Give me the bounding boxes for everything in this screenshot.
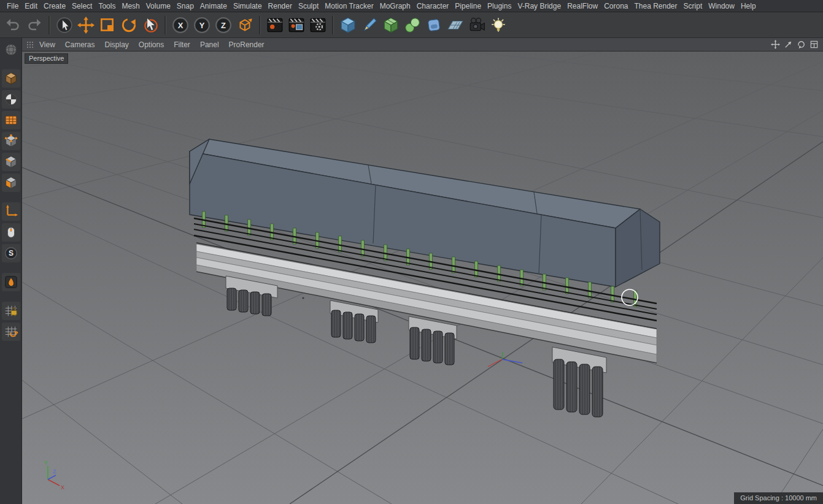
vp-menu-prorender[interactable]: ProRender bbox=[224, 40, 269, 49]
menubar: File Edit Create Select Tools Mesh Volum… bbox=[0, 0, 823, 12]
polygon-mode-icon bbox=[4, 175, 18, 190]
viewport-3d[interactable]: Y X Z Perspective Grid Spacing : 10000 m… bbox=[22, 52, 823, 504]
planar-workplane-button[interactable] bbox=[2, 323, 20, 341]
point-mode-button[interactable] bbox=[2, 132, 20, 150]
edge-mode-button[interactable] bbox=[2, 153, 20, 171]
y-axis-icon: Y bbox=[193, 17, 211, 34]
toggle-panel-button[interactable] bbox=[808, 39, 819, 50]
menu-thea-render[interactable]: Thea Render bbox=[632, 0, 681, 12]
vp-menu-display[interactable]: Display bbox=[99, 40, 133, 49]
vp-menu-filter[interactable]: Filter bbox=[169, 40, 195, 49]
menu-mesh[interactable]: Mesh bbox=[118, 0, 142, 12]
enable-axis-button[interactable] bbox=[2, 202, 20, 221]
menu-snap[interactable]: Snap bbox=[174, 0, 197, 12]
toolbar-separator bbox=[332, 16, 334, 34]
toolbar-separator bbox=[164, 16, 166, 34]
move-tool[interactable] bbox=[75, 15, 96, 36]
scene-dot bbox=[302, 297, 304, 299]
toggle-panel-icon bbox=[809, 40, 819, 49]
x-axis-icon: X bbox=[172, 17, 189, 34]
paint-blob-icon bbox=[4, 275, 18, 289]
texture-mode-button[interactable] bbox=[2, 90, 20, 109]
workplane-mode-button[interactable] bbox=[2, 111, 20, 129]
menu-volume[interactable]: Volume bbox=[143, 0, 174, 12]
last-tool-icon bbox=[142, 17, 159, 34]
add-cube-button[interactable] bbox=[338, 15, 358, 36]
menu-plugins[interactable]: Plugins bbox=[484, 0, 514, 12]
menu-realflow[interactable]: RealFlow bbox=[564, 0, 601, 12]
floor-button[interactable] bbox=[445, 15, 466, 36]
menu-tools[interactable]: Tools bbox=[95, 0, 118, 12]
menu-script[interactable]: Script bbox=[681, 0, 706, 12]
rotate-view-button[interactable] bbox=[795, 39, 806, 50]
snap-button[interactable]: S bbox=[2, 244, 20, 262]
world-coordinates-button[interactable] bbox=[2, 40, 20, 59]
workplane-icon bbox=[4, 113, 18, 128]
svg-text:X: X bbox=[178, 20, 184, 29]
tweak-mode-button[interactable] bbox=[2, 223, 20, 242]
render-view-button[interactable] bbox=[265, 15, 285, 36]
menu-pipeline[interactable]: Pipeline bbox=[452, 0, 484, 12]
edge-mode-icon bbox=[4, 155, 18, 169]
rotate-view-icon bbox=[797, 40, 806, 49]
menu-vray-bridge[interactable]: V-Ray Bridge bbox=[514, 0, 564, 12]
coordinate-system-icon bbox=[236, 17, 253, 34]
move-icon bbox=[77, 17, 95, 34]
snap-icon: S bbox=[4, 246, 18, 261]
undo-button[interactable] bbox=[2, 15, 23, 36]
bridge-model[interactable] bbox=[190, 139, 660, 417]
last-used-tool[interactable] bbox=[140, 15, 161, 36]
menu-animate[interactable]: Animate bbox=[197, 0, 230, 12]
svg-text:Y: Y bbox=[199, 20, 205, 29]
vp-menu-view[interactable]: View bbox=[34, 40, 60, 49]
point-mode-icon bbox=[4, 134, 18, 148]
cloner-button[interactable] bbox=[402, 15, 423, 36]
camera-view-label[interactable]: Perspective bbox=[25, 53, 68, 64]
make-editable-button[interactable] bbox=[2, 69, 20, 88]
vp-menu-panel[interactable]: Panel bbox=[195, 40, 224, 49]
render-settings-icon bbox=[309, 17, 326, 34]
lock-z-axis-button[interactable]: Z bbox=[213, 15, 234, 36]
menu-render[interactable]: Render bbox=[265, 0, 295, 12]
vp-menu-cameras[interactable]: Cameras bbox=[60, 40, 100, 49]
redo-button[interactable] bbox=[24, 15, 45, 36]
rotate-tool[interactable] bbox=[118, 15, 139, 36]
menu-motion-tracker[interactable]: Motion Tracker bbox=[322, 0, 376, 12]
scale-tool[interactable] bbox=[97, 15, 118, 36]
dolly-view-button[interactable] bbox=[782, 39, 794, 50]
edit-render-settings-button[interactable] bbox=[307, 15, 328, 36]
pen-spline-button[interactable] bbox=[359, 15, 380, 36]
vp-menu-options[interactable]: Options bbox=[134, 40, 169, 49]
lock-workplane-icon bbox=[4, 304, 18, 318]
menu-create[interactable]: Create bbox=[41, 0, 69, 12]
lock-workplane-button[interactable] bbox=[2, 302, 20, 320]
subdivision-surface-button[interactable] bbox=[381, 15, 401, 36]
polygon-mode-button[interactable] bbox=[2, 174, 20, 192]
menu-help[interactable]: Help bbox=[738, 0, 759, 12]
floor-grid-icon bbox=[447, 17, 464, 34]
menu-edit[interactable]: Edit bbox=[21, 0, 41, 12]
menu-select[interactable]: Select bbox=[69, 0, 95, 12]
menu-simulate[interactable]: Simulate bbox=[230, 0, 265, 12]
viewport-solo-button[interactable] bbox=[2, 273, 20, 291]
cube-primitive-icon bbox=[339, 17, 357, 34]
lock-x-axis-button[interactable]: X bbox=[170, 15, 191, 36]
menu-mograph[interactable]: MoGraph bbox=[377, 0, 414, 12]
grid-spacing-status: Grid Spacing : 10000 mm bbox=[734, 492, 823, 504]
deformer-button[interactable] bbox=[423, 15, 444, 36]
menu-window[interactable]: Window bbox=[705, 0, 738, 12]
camera-button[interactable] bbox=[466, 15, 487, 36]
live-selection-tool[interactable] bbox=[54, 15, 75, 36]
panel-grip-icon[interactable] bbox=[26, 40, 34, 49]
render-to-picture-viewer-button[interactable] bbox=[286, 15, 307, 36]
coordinate-system-button[interactable] bbox=[234, 15, 255, 36]
menu-sculpt[interactable]: Sculpt bbox=[295, 0, 322, 12]
menu-character[interactable]: Character bbox=[414, 0, 452, 12]
light-button[interactable] bbox=[488, 15, 509, 36]
pan-view-button[interactable] bbox=[770, 39, 781, 50]
texture-checker-icon bbox=[4, 92, 18, 107]
menu-file[interactable]: File bbox=[4, 0, 21, 12]
lock-y-axis-button[interactable]: Y bbox=[191, 15, 212, 36]
render-picture-viewer-icon bbox=[288, 17, 305, 34]
menu-corona[interactable]: Corona bbox=[601, 0, 631, 12]
